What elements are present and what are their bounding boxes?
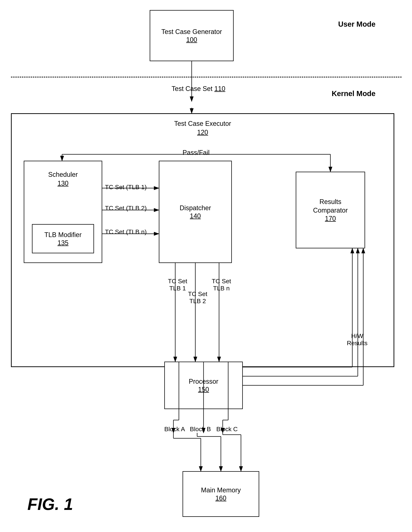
mm-number: 160 — [215, 494, 226, 502]
diagram: User Mode Test Case Generator 100 Kernel… — [0, 0, 412, 532]
dispatcher-label: Dispatcher — [180, 204, 211, 212]
tc-set-tlbn-label: TC Set (TLB n) — [105, 228, 147, 235]
tc-set-tlb1-below-label: TC SetTLB 1 — [168, 278, 187, 292]
tlb-modifier-number: 135 — [57, 239, 68, 247]
rc-number: 170 — [325, 215, 336, 222]
tcg-number: 100 — [186, 36, 197, 44]
kernel-mode-label: Kernel Mode — [332, 89, 375, 98]
results-comparator-box: Results Comparator 170 — [296, 172, 365, 248]
main-memory-box: Main Memory 160 — [183, 471, 259, 517]
tlb-modifier-box: TLB Modifier 135 — [32, 224, 94, 253]
tc-set-tlb2-below-label: TC SetTLB 2 — [188, 290, 207, 305]
tc-set-tlbn-below-label: TC SetTLB n — [212, 278, 231, 292]
block-c-label: Block C — [216, 426, 238, 433]
mode-boundary-line — [11, 77, 402, 77]
rc-label2: Comparator — [313, 206, 348, 215]
tc-set-tlb1-label: TC Set (TLB 1) — [105, 183, 147, 191]
pass-fail-label: Pass/Fail — [183, 149, 210, 157]
tlb-modifier-label: TLB Modifier — [44, 231, 82, 239]
tce-number: 120 — [197, 129, 208, 136]
block-b-label: Block B — [190, 426, 211, 433]
tc-set-tlb2-label: TC Set (TLB 2) — [105, 205, 147, 212]
fig-label: FIG. 1 — [27, 495, 73, 514]
scheduler-label: Scheduler — [48, 171, 78, 179]
test-case-set-label: Test Case Set 110 — [172, 85, 225, 93]
scheduler-box: Scheduler 130 TLB Modifier 135 — [24, 161, 102, 263]
user-mode-label: User Mode — [338, 20, 376, 28]
test-case-generator-box: Test Case Generator 100 — [150, 10, 234, 61]
tce-label: Test Case Executor — [174, 119, 231, 128]
dispatcher-number: 140 — [190, 212, 201, 220]
dispatcher-box: Dispatcher 140 — [159, 161, 232, 263]
tcg-label: Test Case Generator — [161, 28, 222, 36]
processor-label: Processor — [189, 377, 218, 386]
mm-label: Main Memory — [201, 486, 241, 494]
hw-results-label: H/WResults — [347, 332, 367, 347]
rc-label1: Results — [319, 198, 341, 206]
processor-box: Processor 150 — [164, 361, 243, 409]
processor-number: 150 — [198, 386, 209, 393]
block-a-label: Block A — [164, 426, 185, 433]
scheduler-number: 130 — [57, 180, 68, 187]
